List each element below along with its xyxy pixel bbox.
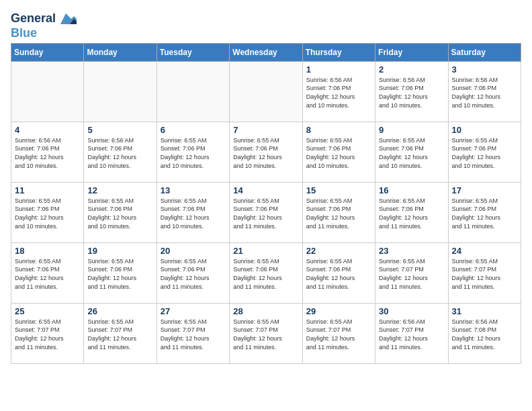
calendar-cell — [157, 61, 229, 122]
day-info: Sunrise: 6:55 AM Sunset: 7:07 PM Dayligh… — [452, 257, 517, 291]
col-header-friday: Friday — [375, 43, 448, 61]
col-header-sunday: Sunday — [11, 43, 84, 61]
day-info: Sunrise: 6:56 AM Sunset: 7:06 PM Dayligh… — [87, 136, 152, 170]
calendar-cell: 5Sunrise: 6:56 AM Sunset: 7:06 PM Daylig… — [84, 122, 157, 182]
calendar-cell: 18Sunrise: 6:55 AM Sunset: 7:06 PM Dayli… — [11, 242, 84, 303]
calendar-cell: 16Sunrise: 6:55 AM Sunset: 7:06 PM Dayli… — [375, 182, 448, 242]
day-info: Sunrise: 6:55 AM Sunset: 7:06 PM Dayligh… — [379, 197, 444, 230]
calendar-cell: 25Sunrise: 6:55 AM Sunset: 7:07 PM Dayli… — [11, 303, 84, 363]
calendar-cell — [230, 61, 302, 122]
day-number: 25 — [15, 306, 80, 316]
day-number: 5 — [87, 125, 152, 135]
day-info: Sunrise: 6:56 AM Sunset: 7:07 PM Dayligh… — [379, 318, 444, 351]
day-number: 23 — [379, 246, 444, 256]
calendar-cell: 12Sunrise: 6:55 AM Sunset: 7:06 PM Dayli… — [84, 182, 157, 242]
calendar-cell: 19Sunrise: 6:55 AM Sunset: 7:06 PM Dayli… — [84, 242, 157, 303]
day-number: 22 — [306, 246, 371, 256]
calendar-cell: 23Sunrise: 6:55 AM Sunset: 7:07 PM Dayli… — [375, 242, 448, 303]
day-info: Sunrise: 6:55 AM Sunset: 7:06 PM Dayligh… — [161, 136, 226, 170]
day-number: 11 — [15, 185, 80, 195]
calendar-cell: 26Sunrise: 6:55 AM Sunset: 7:07 PM Dayli… — [84, 303, 157, 363]
day-number: 26 — [87, 306, 152, 316]
day-number: 30 — [379, 306, 444, 316]
calendar-cell: 24Sunrise: 6:55 AM Sunset: 7:07 PM Dayli… — [448, 242, 521, 303]
calendar-cell: 10Sunrise: 6:55 AM Sunset: 7:06 PM Dayli… — [448, 122, 521, 182]
day-number: 18 — [15, 246, 80, 256]
logo-line1: General — [11, 11, 77, 27]
day-number: 19 — [87, 246, 152, 256]
col-header-wednesday: Wednesday — [230, 43, 302, 61]
day-info: Sunrise: 6:56 AM Sunset: 7:06 PM Dayligh… — [452, 76, 517, 109]
day-number: 3 — [452, 64, 517, 75]
calendar: SundayMondayTuesdayWednesdayThursdayFrid… — [11, 43, 521, 364]
day-number: 15 — [306, 185, 371, 195]
calendar-cell: 4Sunrise: 6:56 AM Sunset: 7:06 PM Daylig… — [11, 122, 84, 182]
day-number: 17 — [452, 185, 517, 195]
day-info: Sunrise: 6:55 AM Sunset: 7:06 PM Dayligh… — [87, 197, 152, 230]
calendar-cell: 6Sunrise: 6:55 AM Sunset: 7:06 PM Daylig… — [157, 122, 229, 182]
calendar-cell: 28Sunrise: 6:55 AM Sunset: 7:07 PM Dayli… — [230, 303, 302, 363]
day-number: 14 — [233, 185, 298, 195]
calendar-cell: 27Sunrise: 6:55 AM Sunset: 7:07 PM Dayli… — [157, 303, 229, 363]
calendar-cell: 15Sunrise: 6:55 AM Sunset: 7:06 PM Dayli… — [302, 182, 375, 242]
day-number: 12 — [87, 185, 152, 195]
day-info: Sunrise: 6:55 AM Sunset: 7:06 PM Dayligh… — [233, 197, 298, 230]
calendar-cell: 29Sunrise: 6:55 AM Sunset: 7:07 PM Dayli… — [302, 303, 375, 363]
col-header-monday: Monday — [84, 43, 157, 61]
calendar-cell: 7Sunrise: 6:55 AM Sunset: 7:06 PM Daylig… — [230, 122, 302, 182]
day-info: Sunrise: 6:55 AM Sunset: 7:06 PM Dayligh… — [15, 197, 80, 230]
day-number: 8 — [306, 125, 371, 135]
week-row: 1Sunrise: 6:56 AM Sunset: 7:06 PM Daylig… — [11, 61, 521, 122]
day-info: Sunrise: 6:55 AM Sunset: 7:07 PM Dayligh… — [233, 318, 298, 351]
day-info: Sunrise: 6:55 AM Sunset: 7:06 PM Dayligh… — [15, 257, 80, 291]
calendar-cell — [11, 61, 84, 122]
day-number: 31 — [452, 306, 517, 316]
day-number: 16 — [379, 185, 444, 195]
day-info: Sunrise: 6:55 AM Sunset: 7:06 PM Dayligh… — [306, 197, 371, 230]
day-info: Sunrise: 6:55 AM Sunset: 7:07 PM Dayligh… — [379, 257, 444, 291]
day-info: Sunrise: 6:56 AM Sunset: 7:06 PM Dayligh… — [306, 76, 371, 109]
day-number: 9 — [379, 125, 444, 135]
day-info: Sunrise: 6:56 AM Sunset: 7:06 PM Dayligh… — [15, 136, 80, 170]
calendar-cell: 17Sunrise: 6:55 AM Sunset: 7:06 PM Dayli… — [448, 182, 521, 242]
week-row: 18Sunrise: 6:55 AM Sunset: 7:06 PM Dayli… — [11, 242, 521, 303]
day-number: 29 — [306, 306, 371, 316]
day-number: 7 — [233, 125, 298, 135]
calendar-cell: 22Sunrise: 6:55 AM Sunset: 7:06 PM Dayli… — [302, 242, 375, 303]
day-number: 1 — [306, 64, 371, 75]
col-header-thursday: Thursday — [302, 43, 375, 61]
day-number: 28 — [233, 306, 298, 316]
day-info: Sunrise: 6:55 AM Sunset: 7:06 PM Dayligh… — [379, 136, 444, 170]
day-number: 10 — [452, 125, 517, 135]
day-number: 24 — [452, 246, 517, 256]
calendar-cell: 20Sunrise: 6:55 AM Sunset: 7:06 PM Dayli… — [157, 242, 229, 303]
calendar-cell: 31Sunrise: 6:56 AM Sunset: 7:08 PM Dayli… — [448, 303, 521, 363]
day-info: Sunrise: 6:55 AM Sunset: 7:06 PM Dayligh… — [233, 136, 298, 170]
day-info: Sunrise: 6:55 AM Sunset: 7:07 PM Dayligh… — [306, 318, 371, 351]
day-number: 27 — [161, 306, 226, 316]
day-number: 6 — [161, 125, 226, 135]
calendar-cell: 2Sunrise: 6:56 AM Sunset: 7:06 PM Daylig… — [375, 61, 448, 122]
day-info: Sunrise: 6:55 AM Sunset: 7:06 PM Dayligh… — [87, 257, 152, 291]
logo: General Blue — [11, 11, 77, 40]
day-number: 13 — [161, 185, 226, 195]
calendar-cell: 11Sunrise: 6:55 AM Sunset: 7:06 PM Dayli… — [11, 182, 84, 242]
day-info: Sunrise: 6:56 AM Sunset: 7:06 PM Dayligh… — [379, 76, 444, 109]
day-number: 2 — [379, 64, 444, 75]
calendar-cell: 30Sunrise: 6:56 AM Sunset: 7:07 PM Dayli… — [375, 303, 448, 363]
day-info: Sunrise: 6:55 AM Sunset: 7:06 PM Dayligh… — [306, 136, 371, 170]
day-info: Sunrise: 6:55 AM Sunset: 7:07 PM Dayligh… — [15, 318, 80, 351]
week-row: 11Sunrise: 6:55 AM Sunset: 7:06 PM Dayli… — [11, 182, 521, 242]
day-number: 4 — [15, 125, 80, 135]
day-number: 21 — [233, 246, 298, 256]
day-info: Sunrise: 6:55 AM Sunset: 7:06 PM Dayligh… — [233, 257, 298, 291]
day-number: 20 — [161, 246, 226, 256]
calendar-cell: 9Sunrise: 6:55 AM Sunset: 7:06 PM Daylig… — [375, 122, 448, 182]
calendar-cell: 1Sunrise: 6:56 AM Sunset: 7:06 PM Daylig… — [302, 61, 375, 122]
calendar-cell: 3Sunrise: 6:56 AM Sunset: 7:06 PM Daylig… — [448, 61, 521, 122]
day-info: Sunrise: 6:55 AM Sunset: 7:06 PM Dayligh… — [306, 257, 371, 291]
calendar-cell: 8Sunrise: 6:55 AM Sunset: 7:06 PM Daylig… — [302, 122, 375, 182]
day-info: Sunrise: 6:56 AM Sunset: 7:08 PM Dayligh… — [452, 318, 517, 351]
day-info: Sunrise: 6:55 AM Sunset: 7:06 PM Dayligh… — [452, 197, 517, 230]
calendar-cell — [84, 61, 157, 122]
